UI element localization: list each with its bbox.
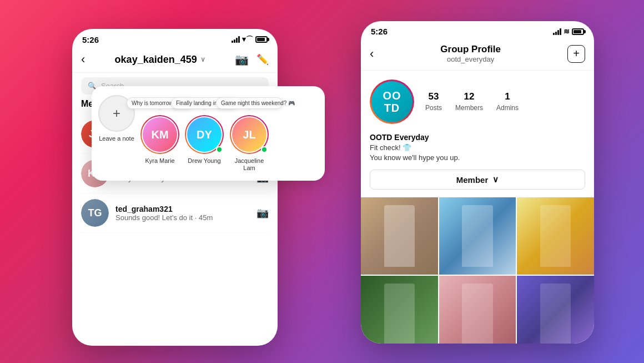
group-title: Group Profile <box>374 44 567 55</box>
online-dot-jacqueline <box>261 146 268 153</box>
time-right: 5:26 <box>371 27 388 36</box>
photo-cell-2[interactable] <box>439 197 516 275</box>
nav-title-text: okay_kaiden_459 <box>115 54 197 66</box>
stories-card: + Leave a note Why is tomorrow Monday!? … <box>92 86 325 181</box>
story-item-kyra[interactable]: Why is tomorrow Monday!? 🤩 KM Kyra Marie <box>140 115 179 165</box>
chevron-down-icon[interactable]: ∨ <box>200 56 205 63</box>
group-avatar: OO TD <box>370 79 414 124</box>
stat-members: 12 Members <box>455 91 483 112</box>
status-icons-right: ≋ <box>553 27 584 36</box>
status-bar-right: 5:26 ≋ <box>361 21 594 39</box>
camera-icon-3: 📷 <box>256 207 269 219</box>
member-label: Member <box>456 175 489 185</box>
stat-admins-label: Admins <box>496 104 519 112</box>
photo-figure-6 <box>540 284 571 344</box>
avatar-line1: OO <box>383 89 401 102</box>
nav-icons-right: 📷 ✏️ <box>235 53 269 66</box>
stat-admins: 1 Admins <box>496 91 519 112</box>
preview-3: Sounds good! Let's do it · 45m <box>115 213 250 222</box>
avatar-ted: TG <box>81 199 109 227</box>
back-button-right[interactable]: ‹ <box>370 47 374 61</box>
story-note-jacqueline: Game night this weekend? 🎮 <box>216 97 283 109</box>
msg-right-3: 📷 <box>256 207 269 219</box>
add-button[interactable]: + <box>567 45 585 63</box>
photo-cell-1[interactable] <box>361 197 438 275</box>
stat-posts-label: Posts <box>425 104 442 112</box>
story-label-add: Leave a note <box>99 135 134 142</box>
group-bio-line1: Fit check! 👕 <box>370 143 585 153</box>
wifi-icon-right: ≋ <box>564 27 570 36</box>
photo-figure-3 <box>540 205 571 267</box>
photo-figure-2 <box>462 205 492 267</box>
stat-members-label: Members <box>455 104 483 112</box>
right-phone: 5:26 ≋ ‹ Group Profile ootd_everyday + O… <box>361 21 594 344</box>
avatar-drew: DY <box>187 117 222 152</box>
compose-icon[interactable]: ✏️ <box>256 53 269 66</box>
left-nav-title: okay_kaiden_459 ∨ <box>115 54 205 66</box>
right-nav-bar: ‹ Group Profile ootd_everyday + <box>361 39 594 71</box>
member-button[interactable]: Member ∨ <box>370 170 585 190</box>
group-stats: 53 Posts 12 Members 1 Admins <box>425 91 585 112</box>
avatar-line2: TD <box>383 102 401 114</box>
stat-members-value: 12 <box>455 91 483 102</box>
video-call-icon[interactable]: 📷 <box>235 53 249 66</box>
photo-cell-3[interactable] <box>517 197 594 275</box>
photo-cell-5[interactable] <box>439 276 516 344</box>
status-bar-left: 5:26 ▾⌒ <box>72 29 278 48</box>
photo-figure-1 <box>384 205 415 267</box>
group-bio-name: OOTD Everyday <box>370 133 585 142</box>
stories-row: + Leave a note Why is tomorrow Monday!? … <box>98 95 318 172</box>
battery-icon-right <box>572 28 584 35</box>
group-subtitle: ootd_everyday <box>374 55 567 63</box>
story-item-drew[interactable]: Finally landing in NYC! ❤️ DY Drew Young <box>185 115 224 165</box>
time-left: 5:26 <box>82 35 99 44</box>
group-profile-title: Group Profile ootd_everyday <box>374 44 567 63</box>
signal-icon-right <box>553 28 561 35</box>
story-label-kyra: Kyra Marie <box>145 157 174 165</box>
group-bio: OOTD Everyday Fit check! 👕 You know we'l… <box>361 133 594 170</box>
battery-icon <box>255 36 268 43</box>
photo-grid <box>361 197 594 344</box>
plus-icon: + <box>113 106 120 121</box>
story-item-jacqueline[interactable]: Game night this weekend? 🎮 JL Jacqueline… <box>229 115 269 172</box>
stat-posts-value: 53 <box>425 91 442 102</box>
avatar-kyra: KM <box>143 117 177 152</box>
group-header: OO TD 53 Posts 12 Members 1 Admins <box>361 71 594 133</box>
avatar-initials-3: TG <box>88 207 102 219</box>
story-label-drew: Drew Young <box>188 157 220 165</box>
photo-cell-6[interactable] <box>517 276 594 344</box>
username-3: ted_graham321 <box>115 205 250 213</box>
plus-icon-right: + <box>573 47 580 60</box>
photo-cell-4[interactable] <box>361 276 438 344</box>
avatar-jacqueline: JL <box>232 117 266 152</box>
wifi-icon: ▾⌒ <box>242 34 253 44</box>
group-bio-line2: You know we'll hype you up. <box>370 153 585 163</box>
left-nav-bar: ‹ okay_kaiden_459 ∨ 📷 ✏️ <box>72 48 278 73</box>
stat-posts: 53 Posts <box>425 91 442 112</box>
story-label-jacqueline: Jacqueline Lam <box>229 157 269 172</box>
online-dot-drew <box>216 146 223 153</box>
status-icons-left: ▾⌒ <box>232 34 268 44</box>
stat-admins-value: 1 <box>496 91 519 102</box>
signal-icon <box>232 36 240 43</box>
message-item-3[interactable]: TG ted_graham321 Sounds good! Let's do i… <box>81 193 269 233</box>
photo-figure-5 <box>462 284 492 344</box>
story-ring-kyra: KM <box>140 115 179 154</box>
group-avatar-inner: OO TD <box>371 81 412 122</box>
msg-info-3: ted_graham321 Sounds good! Let's do it ·… <box>115 205 250 222</box>
left-phone: 5:26 ▾⌒ ‹ okay_kaiden_459 ∨ 📷 ✏️ 🔍 Searc… <box>72 29 278 346</box>
photo-figure-4 <box>384 284 415 344</box>
member-chevron: ∨ <box>492 175 499 185</box>
back-button-left[interactable]: ‹ <box>81 52 85 67</box>
